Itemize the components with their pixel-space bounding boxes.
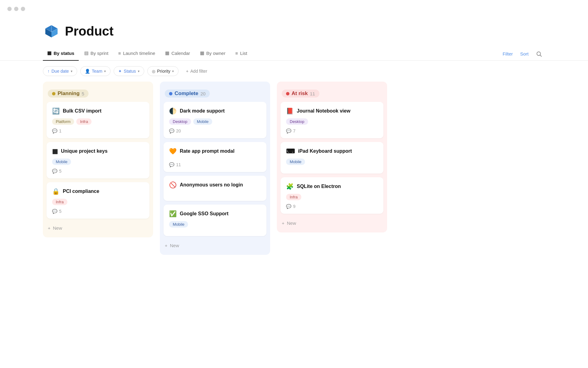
- card-anonymous-users: 🚫 Anonymous users no login: [164, 176, 266, 201]
- complete-new-item[interactable]: + New: [164, 240, 266, 251]
- complete-dot: [169, 92, 172, 95]
- anonymous-users-title: 🚫 Anonymous users no login: [169, 181, 261, 189]
- column-at-risk: At risk 11 📕 Journal Notebook view Deskt…: [277, 82, 387, 255]
- unique-project-keys-title: ▦ Unique project keys: [52, 148, 144, 155]
- planning-badge: Planning 5: [48, 90, 89, 98]
- tab-list-label: List: [240, 51, 247, 56]
- filter-due-date[interactable]: ↑ Due date ▾: [43, 66, 77, 76]
- complete-new-label: New: [170, 243, 179, 248]
- card-pci-compliance: 🔒 PCI compliance Infra 💬 5: [47, 182, 149, 219]
- dark-mode-emoji: 🌓: [169, 107, 177, 115]
- column-planning: Planning 5 🔄 Bulk CSV import Platform In…: [43, 82, 153, 255]
- card-dark-mode: 🌓 Dark mode support Desktop Mobile 💬 20: [164, 102, 266, 138]
- search-icon: [536, 51, 542, 57]
- search-action[interactable]: [533, 48, 545, 59]
- complete-label: Complete: [175, 90, 198, 97]
- tag-desktop-2: Desktop: [286, 118, 308, 125]
- planning-count: 5: [82, 91, 84, 96]
- pci-tags: Infra: [52, 199, 144, 205]
- column-header-planning: Planning 5: [47, 85, 149, 102]
- tag-platform: Platform: [52, 118, 74, 125]
- pci-comments: 5: [59, 209, 62, 214]
- calendar-icon: ▦: [165, 50, 169, 56]
- by-owner-icon: ▦: [200, 50, 204, 56]
- bulk-csv-comments: 1: [59, 128, 62, 133]
- google-sso-title: ✅ Google SSO Support: [169, 210, 261, 217]
- journal-tags: Desktop: [286, 118, 378, 125]
- unique-keys-emoji: ▦: [52, 148, 58, 155]
- journal-comments: 7: [293, 128, 296, 133]
- comment-icon-4: 💬: [169, 128, 174, 133]
- card-ipad-keyboard: ⌨ iPad Keyboard support Mobile: [281, 142, 383, 174]
- tab-launch-timeline[interactable]: ≡ Launch timeline: [114, 48, 160, 61]
- filter-action[interactable]: Filter: [499, 49, 516, 59]
- filter-bar: ↑ Due date ▾ 👤 Team ▾ ✦ Status ▾ ◎ Prior…: [0, 61, 588, 82]
- unique-keys-meta: 💬 5: [52, 169, 144, 174]
- tab-by-status[interactable]: ▦ By status: [43, 47, 79, 61]
- tag-infra-2: Infra: [52, 199, 67, 205]
- card-bulk-csv-title: 🔄 Bulk CSV import: [52, 107, 144, 115]
- column-header-complete: Complete 20: [164, 85, 266, 102]
- sort-action[interactable]: Sort: [517, 49, 532, 59]
- filter-action-label: Filter: [503, 51, 513, 56]
- bulk-csv-emoji: 🔄: [52, 107, 60, 115]
- pci-compliance-title: 🔒 PCI compliance: [52, 188, 144, 195]
- at-risk-count: 11: [310, 91, 315, 96]
- tab-list[interactable]: ≡ List: [231, 48, 251, 61]
- sqlite-tags: Infra: [286, 194, 378, 200]
- add-filter-button[interactable]: + Add filter: [182, 67, 211, 76]
- tag-infra-3: Infra: [286, 194, 301, 200]
- team-chevron-icon: ▾: [104, 69, 106, 73]
- dark-mode-meta: 💬 20: [169, 128, 261, 133]
- filter-status[interactable]: ✦ Status ▾: [114, 66, 144, 76]
- launch-timeline-icon: ≡: [118, 51, 121, 56]
- due-date-chevron-icon: ▾: [71, 69, 73, 73]
- comment-icon-3: 💬: [52, 209, 57, 214]
- status-star-icon: ✦: [118, 69, 122, 74]
- filter-priority[interactable]: ◎ Priority ▾: [147, 66, 179, 76]
- tag-mobile-2: Mobile: [193, 118, 212, 125]
- traffic-light-red[interactable]: [7, 7, 12, 11]
- pci-meta: 💬 5: [52, 209, 144, 214]
- card-journal-notebook: 📕 Journal Notebook view Desktop 💬 7: [281, 102, 383, 138]
- anonymous-emoji: 🚫: [169, 181, 177, 189]
- filter-status-label: Status: [124, 69, 136, 74]
- filter-team[interactable]: 👤 Team ▾: [80, 66, 111, 76]
- traffic-light-green[interactable]: [21, 7, 25, 11]
- planning-new-label: New: [53, 225, 62, 231]
- journal-notebook-title: 📕 Journal Notebook view: [286, 107, 378, 115]
- traffic-light-yellow[interactable]: [14, 7, 18, 11]
- traffic-lights: [0, 0, 588, 18]
- team-person-icon: 👤: [85, 69, 90, 74]
- view-tabs: ▦ By status ▤ By sprint ≡ Launch timelin…: [0, 47, 588, 61]
- tab-by-sprint-label: By sprint: [91, 51, 108, 56]
- card-sqlite-electron: 🧩 SQLite on Electron Infra 💬 9: [281, 177, 383, 214]
- svg-line-9: [540, 55, 542, 56]
- page-header: Product: [0, 18, 588, 47]
- dark-mode-tags: Desktop Mobile: [169, 118, 261, 125]
- tab-by-sprint[interactable]: ▤ By sprint: [80, 47, 113, 61]
- column-header-at-risk: At risk 11: [281, 85, 383, 102]
- at-risk-new-item[interactable]: + New: [281, 217, 383, 229]
- ipad-emoji: ⌨: [286, 148, 295, 155]
- complete-count: 20: [200, 91, 205, 96]
- list-icon: ≡: [235, 51, 238, 56]
- complete-new-plus-icon: +: [165, 243, 168, 248]
- pci-emoji: 🔒: [52, 188, 60, 195]
- planning-new-item[interactable]: + New: [47, 222, 149, 234]
- bulk-csv-meta: 💬 1: [52, 128, 144, 133]
- tab-by-owner[interactable]: ▦ By owner: [196, 47, 230, 61]
- rate-app-title: 🧡 Rate app prompt modal: [169, 148, 261, 155]
- dark-mode-comments: 20: [176, 128, 181, 133]
- tab-calendar[interactable]: ▦ Calendar: [161, 47, 194, 61]
- ipad-keyboard-title: ⌨ iPad Keyboard support: [286, 148, 378, 155]
- add-filter-label: Add filter: [190, 69, 207, 74]
- tag-mobile-4: Mobile: [286, 159, 305, 165]
- planning-dot: [52, 92, 55, 95]
- at-risk-new-label: New: [287, 220, 296, 226]
- sqlite-meta: 💬 9: [286, 204, 378, 209]
- comment-icon-7: 💬: [286, 204, 291, 209]
- by-status-icon: ▦: [47, 50, 51, 56]
- rate-app-meta: 💬 11: [169, 162, 261, 167]
- ipad-tags: Mobile: [286, 159, 378, 165]
